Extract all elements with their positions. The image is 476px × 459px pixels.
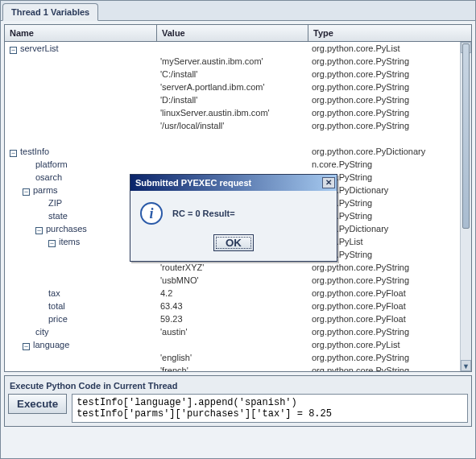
cell-name <box>5 274 157 287</box>
cell-type: n.core.PyString <box>308 158 471 171</box>
cell-value <box>157 338 308 351</box>
cell-type: org.python.core.PyList <box>308 338 471 351</box>
tree-toggle-icon[interactable]: − <box>35 227 43 234</box>
cell-value: 'myServer.austin.ibm.com' <box>157 55 308 68</box>
tab-label: Thread 1 Variables <box>11 7 89 17</box>
cell-type: org.python.core.PyString <box>308 261 471 274</box>
node-label: items <box>59 237 80 246</box>
cell-name <box>5 55 157 68</box>
ok-button[interactable]: OK <box>213 234 254 251</box>
cell-name: tax <box>5 287 157 300</box>
execute-button[interactable]: Execute <box>8 394 67 414</box>
cell-type: org.python.core.PyDictionary <box>308 145 471 158</box>
cell-type <box>308 132 471 145</box>
cell-type: org.python.core.PyList <box>308 42 471 55</box>
tree-toggle-icon[interactable]: − <box>23 188 30 196</box>
table-row[interactable]: 'linuxServer.austin.ibm.com'org.python.c… <box>5 106 471 119</box>
cell-name: −language <box>5 338 157 351</box>
cell-name <box>5 119 157 132</box>
table-row[interactable]: −serverListorg.python.core.PyList <box>5 42 471 55</box>
cell-value <box>157 132 308 145</box>
cell-type: org.python.core.PyString <box>308 106 471 119</box>
tab-thread-variables[interactable]: Thread 1 Variables <box>2 3 98 21</box>
code-input[interactable]: testInfo['language'].append('spanish') t… <box>72 394 468 423</box>
cell-name: total <box>5 300 157 312</box>
cell-name <box>5 132 157 145</box>
table-row[interactable]: 'serverA.portland.ibm.com'org.python.cor… <box>5 81 471 93</box>
tree-toggle-icon[interactable]: − <box>10 47 17 54</box>
vertical-scrollbar[interactable]: ▲ ▼ <box>460 42 471 371</box>
cell-type: org.python.core.PyString <box>308 68 471 81</box>
cell-type: org.python.core.PyString <box>308 325 471 338</box>
node-label: ZIP <box>48 198 62 208</box>
cell-name <box>5 106 157 119</box>
table-row[interactable]: 'english'org.python.core.PyString <box>5 351 471 364</box>
cell-type: org.python.core.PyString <box>308 351 471 364</box>
header-name[interactable]: Name <box>5 25 157 41</box>
table-row[interactable]: 'usbMNO'org.python.core.PyString <box>5 274 471 287</box>
scroll-thumb[interactable] <box>462 43 470 229</box>
table-row[interactable]: price59.23org.python.core.PyFloat <box>5 312 471 325</box>
cell-name <box>5 81 157 93</box>
cell-name <box>5 364 157 371</box>
scroll-down-arrow-icon[interactable]: ▼ <box>461 360 471 371</box>
execute-panel: Execute Python Code in Current Thread Ex… <box>4 375 472 427</box>
cell-value: 'usbMNO' <box>157 274 308 287</box>
table-row[interactable]: platformn.core.PyString <box>5 158 471 171</box>
table-row[interactable]: '/usr/local/install'org.python.core.PySt… <box>5 119 471 132</box>
table-row[interactable]: −testInfoorg.python.core.PyDictionary <box>5 145 471 158</box>
cell-value <box>157 145 308 158</box>
node-label: state <box>48 211 68 221</box>
cell-value: 59.23 <box>157 312 308 325</box>
node-label: purchases <box>46 224 87 234</box>
dialog-title-text: Submitted PYEXEC request <box>135 178 251 188</box>
cell-name: −testInfo <box>5 145 157 158</box>
dialog-titlebar[interactable]: Submitted PYEXEC request ✕ <box>130 175 337 191</box>
cell-name <box>5 261 157 274</box>
table-row[interactable]: 'D:/install'org.python.core.PyString <box>5 93 471 106</box>
table-row[interactable]: tax4.2org.python.core.PyFloat <box>5 287 471 300</box>
cell-name <box>5 68 157 81</box>
cell-name <box>5 351 157 364</box>
table-row[interactable]: city'austin'org.python.core.PyString <box>5 325 471 338</box>
cell-type: org.python.core.PyString <box>308 364 471 371</box>
table-row[interactable]: −languageorg.python.core.PyList <box>5 338 471 351</box>
cell-value <box>157 158 308 171</box>
cell-type: org.python.core.PyString <box>308 119 471 132</box>
table-row[interactable]: total63.43org.python.core.PyFloat <box>5 300 471 312</box>
cell-value: 'linuxServer.austin.ibm.com' <box>157 106 308 119</box>
table-row[interactable]: 'C:/install'org.python.core.PyString <box>5 68 471 81</box>
table-row[interactable]: 'routerXYZ'org.python.core.PyString <box>5 261 471 274</box>
table-row[interactable]: 'myServer.austin.ibm.com'org.python.core… <box>5 55 471 68</box>
node-label: language <box>33 340 69 349</box>
node-label: price <box>48 314 68 324</box>
node-label: city <box>35 327 49 337</box>
dialog-message: RC = 0 Result= <box>172 209 235 218</box>
cell-type: org.python.core.PyString <box>308 55 471 68</box>
table-header: Name Value Type <box>5 25 471 42</box>
table-row[interactable] <box>5 132 471 145</box>
cell-value: '/usr/local/install' <box>157 119 308 132</box>
tree-toggle-icon[interactable]: − <box>10 150 17 157</box>
cell-value: 'austin' <box>157 325 308 338</box>
cell-type: org.python.core.PyString <box>308 93 471 106</box>
result-dialog: Submitted PYEXEC request ✕ i RC = 0 Resu… <box>130 174 337 262</box>
cell-value <box>157 42 308 55</box>
cell-name: price <box>5 312 157 325</box>
table-row[interactable]: 'french'org.python.core.PyString <box>5 364 471 371</box>
tab-bar: Thread 1 Variables <box>1 1 475 21</box>
cell-value: 'english' <box>157 351 308 364</box>
header-type[interactable]: Type <box>308 25 471 41</box>
cell-name: −serverList <box>5 42 157 55</box>
cell-type: org.python.core.PyFloat <box>308 300 471 312</box>
close-icon[interactable]: ✕ <box>322 177 335 188</box>
cell-value: 63.43 <box>157 300 308 312</box>
tree-toggle-icon[interactable]: − <box>48 240 56 247</box>
info-icon: i <box>140 202 163 225</box>
tree-toggle-icon[interactable]: − <box>23 343 30 350</box>
cell-value: 4.2 <box>157 287 308 300</box>
cell-value: 'D:/install' <box>157 93 308 106</box>
cell-name: platform <box>5 158 157 171</box>
node-label: testInfo <box>20 147 49 156</box>
header-value[interactable]: Value <box>157 25 308 41</box>
